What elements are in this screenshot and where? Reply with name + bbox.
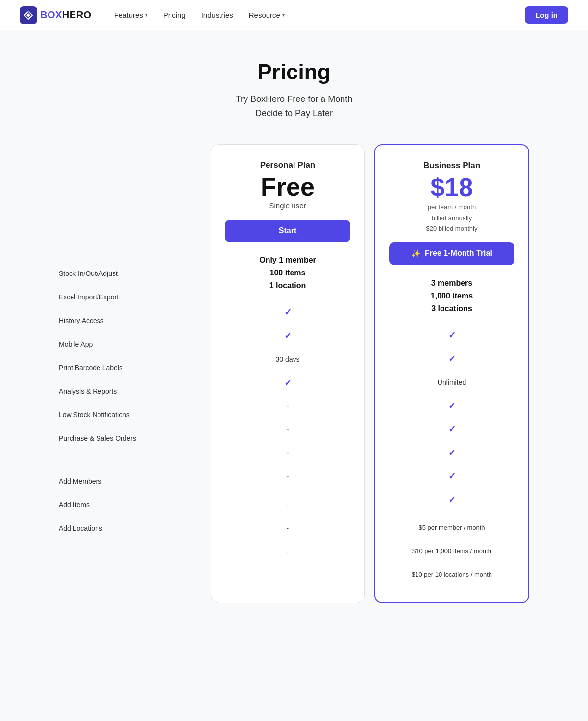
personal-feature-cell: - bbox=[225, 442, 350, 465]
page-title: Pricing bbox=[59, 60, 529, 84]
personal-addon-cell: - bbox=[225, 493, 350, 517]
nav-features[interactable]: Features ▾ bbox=[107, 7, 154, 23]
feature-label: Stock In/Out/Adjust bbox=[59, 262, 211, 285]
business-feature-cell: ✓ bbox=[389, 323, 514, 347]
dash-icon: - bbox=[286, 424, 289, 435]
sparkle-icon: ✨ bbox=[411, 249, 421, 258]
feature-label: Mobile App bbox=[59, 332, 211, 356]
business-plan-price: $18 bbox=[389, 174, 514, 200]
login-button[interactable]: Log in bbox=[525, 6, 568, 24]
nav-pricing[interactable]: Pricing bbox=[156, 7, 193, 23]
personal-addon-rows: --- bbox=[225, 493, 350, 564]
nav-industries[interactable]: Industries bbox=[195, 7, 240, 23]
business-plan-price-sub: per team / month billed annually $20 bil… bbox=[389, 202, 514, 234]
chevron-down-icon: ▾ bbox=[282, 12, 285, 18]
personal-feature-cell: ✓ bbox=[225, 300, 350, 324]
business-addon-cell: $5 per member / month bbox=[389, 516, 514, 540]
personal-plan-user: Single user bbox=[225, 201, 350, 210]
business-feature-cell: ✓ bbox=[389, 347, 514, 371]
nav-resource[interactable]: Resource ▾ bbox=[242, 7, 292, 23]
feature-label: Print Barcode Labels bbox=[59, 356, 211, 379]
personal-feature-cell: - bbox=[225, 465, 350, 489]
personal-plan-card: Personal Plan Free Single user Start Onl… bbox=[211, 144, 365, 603]
feature-label: History Access bbox=[59, 309, 211, 332]
personal-plan-highlights: Only 1 member 100 items 1 location bbox=[225, 256, 350, 290]
check-icon: ✓ bbox=[284, 330, 292, 341]
addon-label: Add Items bbox=[59, 493, 211, 517]
check-icon: ✓ bbox=[448, 424, 456, 435]
feature-label: Purchase & Sales Orders bbox=[59, 426, 211, 450]
personal-feature-cell: 30 days bbox=[225, 348, 350, 371]
business-addon-cell: $10 per 1,000 items / month bbox=[389, 540, 514, 563]
plans-area: Personal Plan Free Single user Start Onl… bbox=[211, 144, 529, 603]
page-content: Pricing Try BoxHero Free for a Month Dec… bbox=[49, 30, 539, 643]
dash-icon: - bbox=[286, 472, 289, 482]
personal-feature-cell: ✓ bbox=[225, 324, 350, 348]
hero-subtitle: Try BoxHero Free for a Month Decide to P… bbox=[59, 92, 529, 121]
nav-links: Features ▾ Pricing Industries Resource ▾ bbox=[107, 7, 525, 23]
business-feature-cell: Unlimited bbox=[389, 371, 514, 394]
features-column: Stock In/Out/AdjustExcel Import/ExportHi… bbox=[59, 144, 211, 540]
check-icon: ✓ bbox=[284, 377, 292, 388]
personal-feature-cell: - bbox=[225, 395, 350, 418]
personal-feature-cell: - bbox=[225, 418, 350, 442]
business-feature-cell: ✓ bbox=[389, 394, 514, 418]
personal-feature-cell: ✓ bbox=[225, 371, 350, 395]
dash-icon: - bbox=[286, 448, 289, 458]
navigation: BOXHERO Features ▾ Pricing Industries Re… bbox=[0, 0, 588, 30]
personal-highlight-items: 100 items bbox=[225, 269, 350, 277]
personal-highlight-members: Only 1 member bbox=[225, 256, 350, 265]
business-plan-name: Business Plan bbox=[389, 161, 514, 171]
business-highlight-locations: 3 locations bbox=[389, 304, 514, 313]
check-icon: ✓ bbox=[448, 353, 456, 364]
dash-icon: - bbox=[286, 401, 289, 411]
check-icon: ✓ bbox=[448, 330, 456, 341]
business-feature-cell: ✓ bbox=[389, 418, 514, 441]
check-icon: ✓ bbox=[448, 448, 456, 458]
pricing-layout: Stock In/Out/AdjustExcel Import/ExportHi… bbox=[59, 144, 529, 603]
logo[interactable]: BOXHERO bbox=[20, 6, 92, 24]
personal-plan-price: Free bbox=[225, 174, 350, 199]
business-feature-rows: ✓✓Unlimited✓✓✓✓✓ bbox=[389, 323, 514, 512]
personal-addon-cell: - bbox=[225, 517, 350, 540]
business-feature-cell: ✓ bbox=[389, 488, 514, 512]
feature-label: Low Stock Notifications bbox=[59, 403, 211, 426]
check-icon: ✓ bbox=[448, 471, 456, 482]
business-addon-cell: $10 per 10 locations / month bbox=[389, 563, 514, 587]
business-plan-card: Business Plan $18 per team / month bille… bbox=[374, 144, 529, 603]
personal-highlight-locations: 1 location bbox=[225, 281, 350, 290]
personal-addon-cell: - bbox=[225, 540, 350, 564]
check-icon: ✓ bbox=[448, 400, 456, 411]
addon-label: Add Members bbox=[59, 470, 211, 493]
chevron-down-icon: ▾ bbox=[145, 12, 147, 18]
addon-label: Add Locations bbox=[59, 517, 211, 540]
personal-feature-rows: ✓✓30 days✓---- bbox=[225, 300, 350, 489]
check-icon: ✓ bbox=[448, 495, 456, 505]
business-plan-cta[interactable]: ✨ Free 1-Month Trial bbox=[389, 242, 514, 265]
feature-label: Excel Import/Export bbox=[59, 285, 211, 309]
hero-section: Pricing Try BoxHero Free for a Month Dec… bbox=[59, 60, 529, 121]
business-highlight-items: 1,000 items bbox=[389, 292, 514, 300]
personal-plan-cta[interactable]: Start bbox=[225, 220, 350, 242]
business-feature-cell: ✓ bbox=[389, 465, 514, 488]
feature-label: Analysis & Reports bbox=[59, 379, 211, 403]
business-addon-rows: $5 per member / month$10 per 1,000 items… bbox=[389, 516, 514, 587]
logo-text: BOXHERO bbox=[40, 9, 92, 21]
personal-plan-name: Personal Plan bbox=[225, 160, 350, 170]
logo-icon bbox=[20, 6, 37, 24]
business-feature-cell: ✓ bbox=[389, 441, 514, 465]
business-highlight-members: 3 members bbox=[389, 279, 514, 288]
check-icon: ✓ bbox=[284, 307, 292, 318]
business-plan-highlights: 3 members 1,000 items 3 locations bbox=[389, 279, 514, 313]
